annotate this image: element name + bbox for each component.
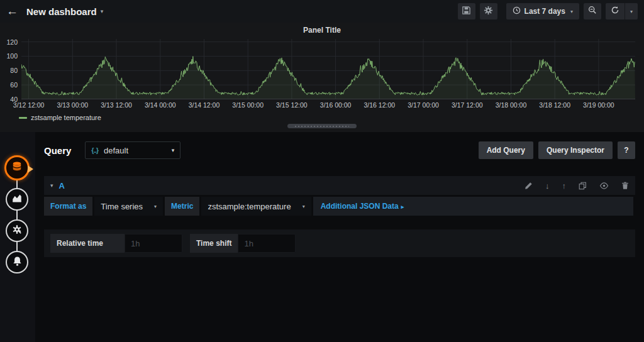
pencil-icon — [525, 182, 533, 190]
back-arrow-icon[interactable]: ← — [6, 4, 24, 18]
chart-legend-item[interactable]: zstsample temperature — [19, 114, 101, 121]
metric-select[interactable]: zstsample:temperature ▾ — [201, 197, 311, 216]
sidebar-connector-line — [16, 168, 18, 262]
x-axis-tick-label: 3/17 12:00 — [452, 101, 483, 109]
gear-icon — [484, 6, 493, 18]
dashboard-title[interactable]: New dashboard — [26, 6, 97, 17]
sidebar-tab-visualization[interactable] — [6, 188, 28, 211]
add-query-button[interactable]: Add Query — [479, 141, 533, 159]
timeseries-chart[interactable] — [21, 39, 635, 99]
move-query-down-button[interactable]: ↓ — [545, 182, 550, 190]
sidebar-tab-general[interactable] — [6, 219, 28, 242]
copy-icon — [579, 182, 587, 190]
arrow-up-icon: ↑ — [562, 182, 567, 190]
query-inspector-button[interactable]: Query Inspector — [538, 141, 613, 159]
query-ref-id[interactable]: A — [59, 181, 65, 190]
x-axis-tick-label: 3/18 00:00 — [496, 101, 527, 109]
additional-json-label: Additional JSON Data — [321, 202, 399, 211]
chart-y-axis-labels: 406080100120 — [0, 39, 19, 99]
x-axis-tick-label: 3/19 00:00 — [583, 101, 614, 109]
metric-caret-icon: ▾ — [303, 204, 305, 209]
json-braces-icon: {..} — [91, 146, 98, 154]
panel-resize-handle[interactable] — [287, 124, 357, 128]
collapse-caret-icon[interactable]: ▾ — [50, 182, 53, 189]
metric-label: Metric — [165, 197, 199, 216]
edit-query-button[interactable] — [525, 182, 533, 190]
refresh-icon — [611, 6, 619, 17]
delete-query-button[interactable] — [621, 182, 629, 190]
query-header-row: Query {..} default ▾ Add Query Query Ins… — [44, 141, 635, 160]
refresh-button[interactable] — [606, 3, 625, 19]
x-axis-tick-label: 3/18 12:00 — [539, 101, 570, 109]
time-range-caret-icon: ▾ — [570, 9, 573, 14]
legend-series-swatch — [19, 117, 27, 119]
additional-json-container: Additional JSON Data▸ — [313, 197, 633, 216]
y-axis-tick-label: 100 — [6, 52, 18, 60]
resize-handle-dots — [295, 126, 349, 127]
x-axis-tick-label: 3/15 12:00 — [276, 101, 308, 109]
x-axis-tick-label: 3/16 00:00 — [320, 101, 352, 109]
sidebar-tab-queries[interactable] — [4, 155, 30, 180]
panel-title[interactable]: Panel Title — [0, 26, 644, 35]
query-row-header: ▾ A ↓ ↑ — [44, 176, 635, 195]
expander-right-icon: ▸ — [401, 204, 404, 210]
y-axis-tick-label: 120 — [6, 38, 18, 46]
time-range-label: Last 7 days — [525, 7, 565, 16]
dashboard-panel-section: ← New dashboard ▾ Last 7 days ▾ — [0, 0, 644, 132]
x-axis-tick-label: 3/17 00:00 — [408, 101, 439, 109]
query-header-actions: Add Query Query Inspector ? — [474, 141, 635, 159]
query-row-toolbar: ↓ ↑ — [512, 182, 629, 190]
metric-value: zstsample:temperature — [208, 202, 291, 211]
x-axis-tick-label: 3/14 12:00 — [189, 101, 220, 109]
chart-icon — [11, 192, 23, 206]
time-range-picker[interactable]: Last 7 days ▾ — [506, 3, 579, 19]
refresh-button-group: ▾ — [606, 3, 638, 19]
x-axis-tick-label: 3/16 12:00 — [364, 101, 396, 109]
move-query-up-button[interactable]: ↑ — [562, 182, 567, 190]
query-options-row: Format as Time series ▾ Metric zstsample… — [44, 197, 635, 216]
database-icon — [11, 160, 23, 175]
relative-time-label: Relative time — [50, 234, 125, 253]
additional-json-link[interactable]: Additional JSON Data▸ — [321, 202, 404, 211]
query-editor-content: Query {..} default ▾ Add Query Query Ins… — [44, 132, 635, 257]
x-axis-tick-label: 3/14 00:00 — [145, 101, 176, 109]
duplicate-query-button[interactable] — [579, 182, 587, 190]
chart-x-axis-labels: 3/12 12:003/13 00:003/13 12:003/14 00:00… — [21, 101, 635, 110]
refresh-interval-dropdown[interactable]: ▾ — [625, 3, 638, 19]
dashboard-title-caret-icon[interactable]: ▾ — [101, 8, 104, 14]
timeseries-chart-svg — [21, 39, 635, 99]
dashboard-settings-button[interactable] — [480, 3, 497, 19]
time-shift-group: Time shift — [190, 234, 296, 253]
relative-time-input[interactable] — [125, 234, 182, 253]
x-axis-tick-label: 3/15 00:00 — [232, 101, 264, 109]
datasource-caret-icon: ▾ — [172, 147, 175, 153]
zoom-out-time-button[interactable] — [584, 3, 601, 19]
time-shift-label: Time shift — [190, 234, 238, 253]
datasource-picker[interactable]: {..} default ▾ — [85, 141, 180, 159]
bell-icon — [12, 256, 23, 269]
x-axis-tick-label: 3/12 12:00 — [13, 101, 45, 109]
help-button[interactable]: ? — [618, 141, 635, 159]
toggle-query-visibility-button[interactable] — [599, 182, 609, 190]
x-axis-tick-label: 3/13 00:00 — [57, 101, 89, 109]
y-axis-tick-label: 60 — [10, 81, 18, 89]
arrow-down-icon: ↓ — [545, 182, 550, 190]
query-section-title: Query — [44, 145, 71, 156]
top-navbar: ← New dashboard ▾ Last 7 days ▾ — [0, 0, 644, 23]
y-axis-tick-label: 80 — [10, 67, 18, 74]
format-as-select[interactable]: Time series ▾ — [94, 197, 163, 216]
relative-time-group: Relative time — [50, 234, 182, 253]
eye-icon — [599, 182, 609, 190]
sidebar-tab-alert[interactable] — [6, 251, 28, 273]
time-shift-input[interactable] — [238, 234, 296, 253]
clock-icon — [513, 6, 521, 17]
format-as-caret-icon: ▾ — [154, 204, 157, 209]
magnifier-minus-icon — [588, 6, 597, 17]
trash-icon — [621, 182, 629, 190]
save-dashboard-button[interactable] — [458, 3, 475, 19]
gear-wrench-icon — [11, 224, 23, 238]
legend-series-label: zstsample temperature — [31, 114, 101, 121]
save-icon — [462, 6, 471, 18]
refresh-caret-icon: ▾ — [630, 9, 633, 14]
panel-editor-section: Query {..} default ▾ Add Query Query Ins… — [0, 132, 644, 342]
